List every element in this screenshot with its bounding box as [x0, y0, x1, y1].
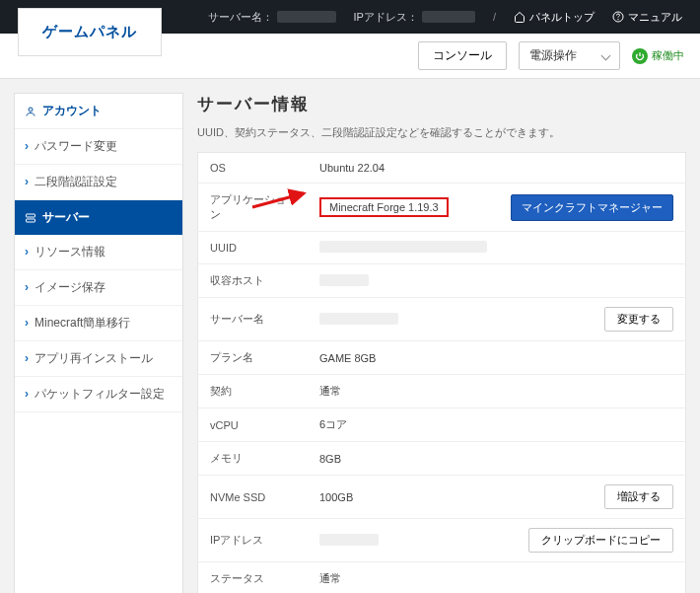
chevron-down-icon	[601, 51, 611, 61]
row-ip: IPアドレス クリップボードにコピー	[198, 519, 686, 562]
masked-server-name	[277, 11, 336, 23]
panel-top-link[interactable]: パネルトップ	[493, 10, 595, 25]
copy-ip-button[interactable]: クリップボードにコピー	[528, 528, 673, 553]
sidebar-item-image[interactable]: イメージ保存	[15, 270, 182, 306]
server-icon	[25, 212, 36, 224]
row-host: 収容ホスト	[198, 264, 686, 298]
row-memory: メモリ 8GB	[198, 442, 686, 476]
console-button[interactable]: コンソール	[418, 41, 507, 70]
row-os: OS Ubuntu 22.04	[198, 153, 686, 184]
manual-link[interactable]: マニュアル	[612, 10, 682, 25]
server-info-table: OS Ubuntu 22.04 アプリケーション Minecraft Forge…	[197, 152, 686, 593]
change-server-name-button[interactable]: 変更する	[604, 307, 673, 332]
svg-rect-3	[27, 214, 35, 217]
row-contract: 契約 通常	[198, 375, 686, 408]
svg-point-2	[29, 108, 33, 111]
masked-ip-value	[319, 534, 379, 546]
topbar-server-name: サーバー名：	[208, 10, 336, 25]
masked-srvname	[319, 313, 398, 325]
power-dropdown[interactable]: 電源操作	[519, 41, 620, 70]
sidebar-item-reinstall[interactable]: アプリ再インストール	[15, 341, 182, 377]
sidebar-item-resource[interactable]: リソース情報	[15, 235, 182, 270]
page-title: サーバー情報	[197, 93, 686, 115]
sidebar-item-packetfilter[interactable]: パケットフィルター設定	[15, 377, 182, 412]
logo: ゲームパネル	[18, 8, 162, 56]
page-description: UUID、契約ステータス、二段階認証設定などを確認することができます。	[197, 125, 686, 140]
expand-ssd-button[interactable]: 増設する	[604, 484, 673, 509]
masked-uuid	[319, 241, 487, 253]
help-icon	[612, 11, 624, 23]
row-app: アプリケーション Minecraft Forge 1.19.3 マインクラフトマ…	[198, 184, 686, 232]
sidebar-head-server: サーバー	[15, 200, 182, 235]
row-ssd: NVMe SSD 100GB 増設する	[198, 476, 686, 519]
sidebar-head-account: アカウント	[15, 94, 182, 129]
sidebar-item-mcmigrate[interactable]: Minecraft簡単移行	[15, 306, 182, 341]
app-value-highlight: Minecraft Forge 1.19.3	[319, 197, 449, 217]
home-icon	[514, 11, 525, 23]
svg-point-1	[618, 19, 619, 20]
minecraft-manager-button[interactable]: マインクラフトマネージャー	[511, 194, 673, 221]
main-content: サーバー情報 UUID、契約ステータス、二段階認証設定などを確認することができま…	[197, 93, 686, 593]
row-uuid: UUID	[198, 232, 686, 264]
masked-host	[319, 274, 369, 286]
sidebar-item-password[interactable]: パスワード変更	[15, 129, 182, 165]
sidebar: アカウント パスワード変更 二段階認証設定 サーバー リソース情報 イメージ保存…	[14, 93, 183, 593]
row-status: ステータス 通常	[198, 562, 686, 594]
status-indicator: 稼働中	[632, 48, 684, 64]
svg-rect-4	[27, 219, 35, 222]
sidebar-item-mfa[interactable]: 二段階認証設定	[15, 165, 182, 200]
row-server-name: サーバー名 変更する	[198, 298, 686, 341]
user-icon	[25, 106, 36, 117]
power-on-icon	[632, 48, 648, 64]
topbar-ip: IPアドレス：	[354, 10, 475, 25]
masked-ip	[422, 11, 475, 23]
row-plan: プラン名 GAME 8GB	[198, 341, 686, 375]
row-vcpu: vCPU 6コア	[198, 408, 686, 442]
